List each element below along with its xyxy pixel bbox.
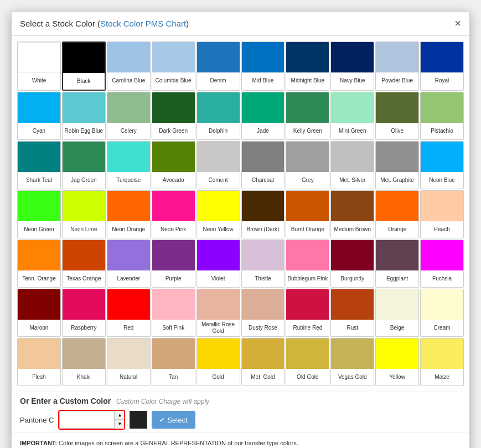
color-cell[interactable]: Mint Green bbox=[330, 92, 374, 140]
color-cell[interactable]: Kelly Green bbox=[286, 92, 329, 140]
color-cell[interactable]: Old Gold bbox=[286, 338, 329, 386]
color-swatch bbox=[242, 191, 285, 221]
color-swatch bbox=[376, 92, 418, 123]
color-swatch bbox=[331, 289, 374, 320]
color-cell[interactable]: Thistle bbox=[241, 239, 285, 288]
color-cell[interactable]: Tan bbox=[152, 338, 195, 386]
color-cell[interactable]: Fuchsia bbox=[420, 239, 464, 288]
color-cell[interactable]: Vegas Gold bbox=[330, 338, 374, 386]
color-swatch bbox=[197, 240, 240, 270]
color-cell[interactable]: Medium Brown bbox=[330, 190, 374, 238]
color-cell[interactable]: Metallic Rose Gold bbox=[196, 289, 240, 337]
color-cell[interactable]: Carolina Blue bbox=[107, 41, 151, 91]
color-cell[interactable]: Dusty Rose bbox=[241, 289, 285, 337]
color-cell[interactable]: Neon Pink bbox=[152, 190, 195, 238]
color-cell[interactable]: Pistachio bbox=[420, 92, 464, 140]
color-cell[interactable]: Neon Blue bbox=[420, 141, 464, 189]
select-button[interactable]: Select bbox=[152, 411, 195, 429]
color-cell[interactable]: Powder Blue bbox=[375, 41, 419, 91]
color-cell[interactable]: Peach bbox=[420, 190, 464, 238]
color-cell[interactable]: Columbia Blue bbox=[152, 41, 195, 91]
color-cell[interactable]: White bbox=[17, 41, 61, 91]
close-button[interactable]: × bbox=[454, 17, 461, 30]
color-cell[interactable]: Soft Pink bbox=[152, 289, 195, 337]
color-cell[interactable]: Neon Green bbox=[17, 190, 61, 238]
pantone-input[interactable] bbox=[59, 411, 115, 429]
color-cell[interactable]: Robin Egg Blue bbox=[62, 92, 106, 140]
spinner-up[interactable]: ▲ bbox=[115, 411, 124, 420]
color-name-label: Jag Green bbox=[63, 172, 105, 189]
color-name-label: Carolina Blue bbox=[107, 72, 150, 89]
color-cell[interactable]: Olive bbox=[375, 92, 419, 140]
color-cell[interactable]: Gold bbox=[196, 338, 240, 386]
color-cell[interactable]: Jag Green bbox=[62, 141, 106, 189]
color-cell[interactable]: Grey bbox=[286, 141, 329, 189]
color-cell[interactable]: Met. Gold bbox=[241, 338, 285, 386]
color-name-label: Royal bbox=[421, 72, 463, 89]
color-cell[interactable]: Texas Orange bbox=[62, 239, 106, 288]
color-cell[interactable]: Yellow bbox=[375, 338, 419, 386]
color-cell[interactable]: Jade bbox=[241, 92, 285, 140]
color-name-label: Neon Blue bbox=[421, 172, 463, 189]
color-cell[interactable]: Purple bbox=[152, 239, 195, 288]
color-cell[interactable]: Charcoal bbox=[241, 141, 285, 189]
color-cell[interactable]: Red bbox=[107, 289, 151, 337]
color-cell[interactable]: Met. Silver bbox=[330, 141, 374, 189]
color-swatch bbox=[107, 142, 150, 172]
color-cell[interactable]: Royal bbox=[420, 41, 464, 91]
color-cell[interactable]: Celery bbox=[107, 92, 151, 140]
color-cell[interactable]: Burgundy bbox=[330, 239, 374, 288]
color-cell[interactable]: Dark Green bbox=[152, 92, 195, 140]
color-cell[interactable]: Neon Yellow bbox=[196, 190, 240, 238]
color-name-label: Burnt Orange bbox=[286, 221, 329, 238]
color-cell[interactable]: Dolphin bbox=[196, 92, 240, 140]
color-name-label: Charcoal bbox=[242, 172, 285, 189]
color-swatch bbox=[63, 240, 105, 270]
color-cell[interactable]: Maroon bbox=[17, 289, 61, 337]
color-cell[interactable]: Natural bbox=[107, 338, 151, 386]
custom-charge-note: Custom Color Charge will apply bbox=[116, 398, 209, 405]
color-cell[interactable]: Tenn. Orange bbox=[17, 239, 61, 288]
color-cell[interactable]: Burnt Orange bbox=[286, 190, 329, 238]
notice-section: IMPORTANT: Color images on screen are a … bbox=[12, 433, 469, 448]
color-cell[interactable]: Cement bbox=[196, 141, 240, 189]
pms-chart-link[interactable]: Stock Color PMS Chart bbox=[100, 19, 186, 28]
color-cell[interactable]: Neon Orange bbox=[107, 190, 151, 238]
color-cell[interactable]: Met. Graphite bbox=[375, 141, 419, 189]
color-cell[interactable]: Cyan bbox=[17, 92, 61, 140]
color-cell[interactable]: Beige bbox=[375, 289, 419, 337]
color-swatch bbox=[242, 240, 285, 270]
color-cell[interactable]: Bubblegum Pink bbox=[286, 239, 329, 288]
color-swatch bbox=[63, 92, 105, 123]
color-cell[interactable]: Eggplant bbox=[375, 239, 419, 288]
color-cell[interactable]: Brown (Dark) bbox=[241, 190, 285, 238]
color-cell[interactable]: Shark Teal bbox=[17, 141, 61, 189]
color-name-label: Old Gold bbox=[286, 369, 329, 386]
color-cell[interactable]: Lavender bbox=[107, 239, 151, 288]
color-cell[interactable]: Denim bbox=[196, 41, 240, 91]
color-cell[interactable]: Rust bbox=[330, 289, 374, 337]
color-cell[interactable]: Orange bbox=[375, 190, 419, 238]
color-cell[interactable]: Khaki bbox=[62, 338, 106, 386]
color-name-label: Beige bbox=[376, 320, 418, 336]
color-name-label: Orange bbox=[376, 221, 418, 238]
color-cell[interactable]: Black bbox=[62, 41, 106, 91]
color-cell[interactable]: Violet bbox=[196, 239, 240, 288]
color-cell[interactable]: Cream bbox=[420, 289, 464, 337]
color-cell[interactable]: Midnight Blue bbox=[286, 41, 329, 91]
color-cell[interactable]: Flesh bbox=[17, 338, 61, 386]
color-swatch bbox=[421, 191, 463, 221]
color-cell[interactable]: Navy Blue bbox=[330, 41, 374, 91]
color-cell[interactable]: Avocado bbox=[152, 141, 195, 189]
spinner-down[interactable]: ▼ bbox=[115, 420, 124, 429]
color-cell[interactable]: Neon Lime bbox=[62, 190, 106, 238]
color-swatch bbox=[331, 92, 374, 123]
color-cell[interactable]: Mid Blue bbox=[241, 41, 285, 91]
color-cell[interactable]: Maize bbox=[420, 338, 464, 386]
color-cell[interactable]: Raspberry bbox=[62, 289, 106, 337]
color-swatch bbox=[152, 191, 195, 221]
color-cell[interactable]: Turquoise bbox=[107, 141, 151, 189]
color-name-label: Dark Green bbox=[152, 123, 195, 139]
color-cell[interactable]: Rubine Red bbox=[286, 289, 329, 337]
color-swatch bbox=[107, 92, 150, 123]
